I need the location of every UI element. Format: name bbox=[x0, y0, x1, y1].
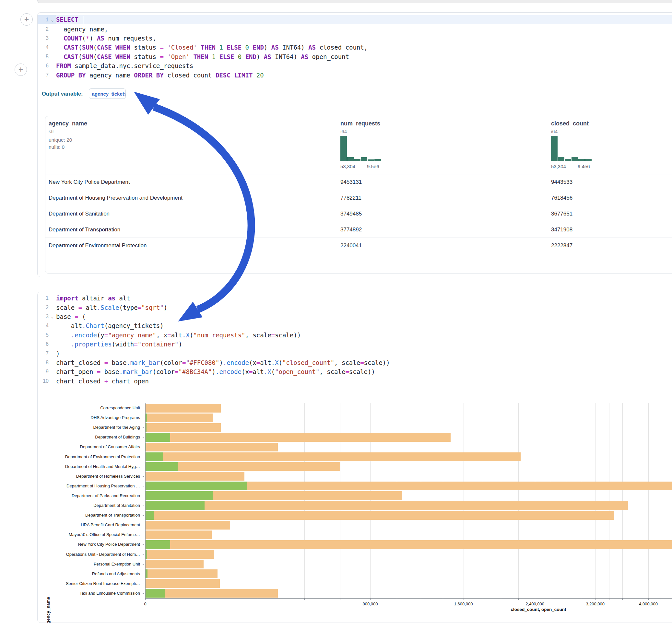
sql-line[interactable]: 6FROM sample_data.nyc.service_requests bbox=[38, 61, 672, 70]
python-line[interactable]: 5 .encode(y="agency_name", x=alt.X("num_… bbox=[38, 331, 672, 340]
python-line[interactable]: 3⌄base = ( bbox=[38, 312, 672, 321]
y-axis-label: Department of Health and Mental Hyg… bbox=[38, 464, 140, 469]
bar-open-count bbox=[146, 413, 147, 422]
column-header-agency_name[interactable]: agency_namestr bbox=[49, 120, 87, 134]
gridline bbox=[463, 403, 464, 598]
bar-open-count bbox=[146, 540, 170, 549]
result-table: agency_namestrnum_requestsi64closed_coun… bbox=[45, 116, 672, 273]
y-axis-label: Department of Parks and Recreation bbox=[38, 493, 140, 498]
table-cell: 2222847 bbox=[551, 238, 573, 253]
bar-open-count bbox=[146, 550, 147, 559]
python-code-editor[interactable]: 1import altair as alt2scale = alt.Scale(… bbox=[38, 294, 672, 386]
bar-closed-count bbox=[146, 531, 212, 539]
line-number: 7 bbox=[38, 350, 49, 357]
line-number: 6 bbox=[38, 63, 49, 69]
python-line[interactable]: 8chart_closed = base.mark_bar(color="#FF… bbox=[38, 358, 672, 367]
histogram-max-label: 9.4e6 bbox=[578, 164, 590, 169]
gridline bbox=[661, 403, 661, 598]
x-tick-label: 0 bbox=[144, 602, 146, 606]
output-variable-name: agency_tickets bbox=[92, 91, 126, 97]
table-row[interactable]: Department of Environmental Protection22… bbox=[45, 238, 672, 253]
y-tick bbox=[143, 447, 144, 447]
bar-closed-count bbox=[146, 560, 203, 568]
line-number: 1 bbox=[38, 17, 49, 23]
y-axis-label: Correspondence Unit bbox=[38, 406, 140, 410]
x-axis-title: closed_count, open_count bbox=[510, 607, 566, 612]
sql-line[interactable]: 4 CAST(SUM(CASE WHEN status = 'Closed' T… bbox=[38, 43, 672, 52]
bar-closed-count bbox=[146, 443, 278, 452]
x-tick-label: 4,000,000 bbox=[639, 602, 658, 606]
line-number: 5 bbox=[38, 54, 49, 59]
y-axis-label: Mayorâ€ s Office of Special Enforce… bbox=[38, 532, 140, 537]
altair-bar-chart: 0800,0001,600,0002,400,0003,200,0004,000… bbox=[38, 399, 672, 623]
y-tick bbox=[143, 584, 144, 584]
previous-cell-edge bbox=[37, 0, 672, 3]
bar-closed-count bbox=[146, 472, 244, 481]
gridline bbox=[622, 403, 623, 598]
python-line[interactable]: 10chart_closed + chart_open bbox=[38, 377, 672, 386]
gridline bbox=[535, 403, 535, 598]
x-tick-label: 2,400,000 bbox=[526, 602, 544, 606]
python-cell: 1import altair as alt2scale = alt.Scale(… bbox=[37, 292, 672, 623]
table-cell: New York City Police Department bbox=[49, 174, 130, 190]
bar-open-count bbox=[146, 453, 163, 461]
y-axis-label: Personal Exemption Unit bbox=[38, 562, 140, 566]
bar-closed-count bbox=[146, 570, 217, 578]
x-tick-label: 800,000 bbox=[363, 602, 378, 606]
gridline bbox=[370, 403, 370, 598]
y-tick bbox=[143, 437, 144, 437]
python-line[interactable]: 7) bbox=[38, 349, 672, 358]
table-row[interactable]: Department of Sanitation37494853677651 bbox=[45, 206, 672, 222]
y-tick bbox=[143, 418, 144, 418]
y-tick bbox=[143, 544, 144, 545]
y-axis-line bbox=[145, 403, 146, 598]
gridline bbox=[551, 403, 551, 598]
sql-line[interactable]: 3 COUNT(*) AS num_requests, bbox=[38, 34, 672, 43]
table-row[interactable]: Department of Housing Preservation and D… bbox=[45, 190, 672, 206]
table-cell: Department of Sanitation bbox=[49, 206, 110, 222]
table-cell: 3774892 bbox=[340, 222, 362, 238]
fold-chevron-icon[interactable]: ⌄ bbox=[49, 314, 56, 319]
bar-closed-count bbox=[146, 433, 451, 442]
column-header-num_requests[interactable]: num_requestsi64 bbox=[340, 120, 380, 134]
bar-closed-count bbox=[146, 423, 221, 432]
table-row[interactable]: New York City Police Department945313194… bbox=[45, 174, 672, 190]
gridline bbox=[340, 403, 340, 598]
y-axis-label: Senior Citizen Rent Increase Exempti… bbox=[38, 581, 140, 586]
add-cell-button[interactable]: + bbox=[15, 64, 27, 76]
sql-line[interactable]: 7GROUP BY agency_name ORDER BY closed_co… bbox=[38, 70, 672, 79]
x-tick-label: 1,600,000 bbox=[454, 602, 473, 606]
line-number: 6 bbox=[38, 341, 49, 347]
python-line[interactable]: 6 .properties(width="container") bbox=[38, 340, 672, 349]
fold-chevron-icon[interactable]: ⌄ bbox=[49, 18, 56, 22]
gridline bbox=[609, 403, 609, 598]
python-line[interactable]: 2scale = alt.Scale(type="sqrt") bbox=[38, 303, 672, 312]
y-tick bbox=[143, 593, 144, 594]
python-line[interactable]: 9chart_open = base.mark_bar(color="#8BC3… bbox=[38, 367, 672, 376]
bar-open-count bbox=[146, 423, 146, 432]
column-histogram bbox=[340, 136, 381, 161]
sql-line[interactable]: 2 agency_name, bbox=[38, 24, 672, 33]
gridline bbox=[648, 403, 649, 598]
gridline bbox=[421, 403, 421, 598]
y-axis-label: DHS Advantage Programs bbox=[38, 415, 140, 420]
column-header-closed_count[interactable]: closed_counti64 bbox=[551, 120, 589, 134]
sql-line[interactable]: 5 CAST(SUM(CASE WHEN status = 'Open' THE… bbox=[38, 52, 672, 61]
y-axis-label: Department of Consumer Affairs bbox=[38, 444, 140, 449]
python-line[interactable]: 4 alt.Chart(agency_tickets) bbox=[38, 321, 672, 330]
line-number: 2 bbox=[38, 305, 49, 311]
bar-closed-count bbox=[146, 550, 214, 559]
sql-line[interactable]: 1⌄SELECT bbox=[38, 15, 672, 24]
add-cell-button[interactable]: + bbox=[20, 13, 33, 26]
gridline bbox=[566, 403, 566, 598]
text-cursor bbox=[83, 16, 83, 24]
table-cell: Department of Environmental Protection bbox=[49, 238, 146, 253]
table-body: New York City Police Department945313194… bbox=[45, 174, 672, 253]
y-axis-label: Refunds and Adjustments bbox=[38, 571, 140, 576]
python-line[interactable]: 1import altair as alt bbox=[38, 294, 672, 303]
y-axis-label: Operations Unit - Department of Hom… bbox=[38, 552, 140, 557]
sql-code-editor[interactable]: 1⌄SELECT 2 agency_name,3 COUNT(*) AS num… bbox=[38, 15, 672, 80]
output-variable-pill[interactable]: agency_tickets bbox=[89, 89, 126, 99]
table-cell: 3749485 bbox=[340, 206, 362, 222]
table-row[interactable]: Department of Transportation377489234719… bbox=[45, 222, 672, 238]
